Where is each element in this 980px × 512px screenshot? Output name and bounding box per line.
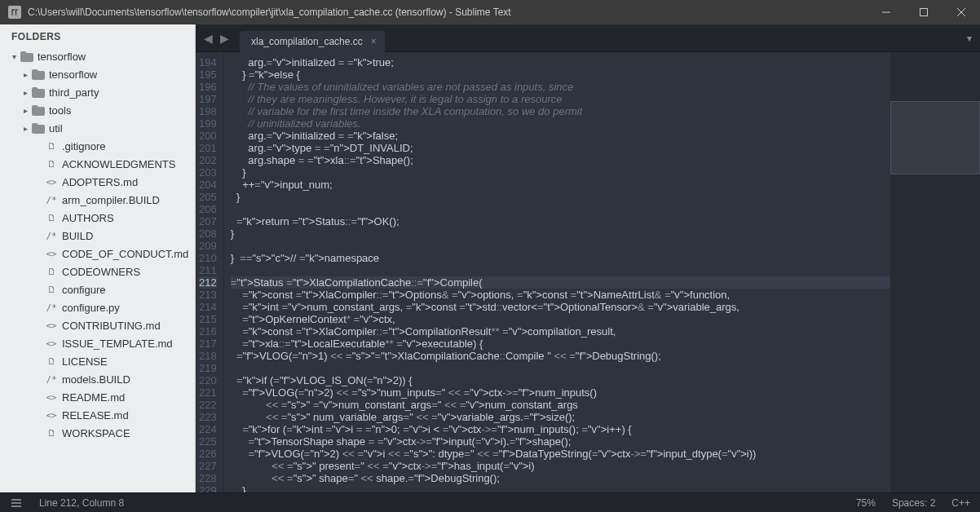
tree-file[interactable]: 🗋LICENSE [0,352,195,370]
minimize-button[interactable] [867,0,905,24]
folder-open-icon [20,51,34,62]
chevron-right-icon: ▸ [20,124,31,133]
tree-file[interactable]: <>ADOPTERS.md [0,173,195,191]
folder-tree[interactable]: ▾ tensorflow ▸tensorflow▸third_party▸too… [0,47,195,492]
tree-file[interactable]: 🗋AUTHORS [0,209,195,227]
tree-file[interactable]: /*configure.py [0,298,195,316]
svg-rect-0 [920,9,928,16]
code-editor[interactable]: 1941951961971981992002012022032042052062… [196,52,890,492]
file-icon: 🗋 [44,141,59,152]
tree-file[interactable]: 🗋configure [0,280,195,298]
tree-file[interactable]: <>RELEASE.md [0,406,195,424]
chevron-right-icon: ▸ [20,70,31,79]
tree-item-label: WORKSPACE [62,427,130,439]
tree-file[interactable]: <>ISSUE_TEMPLATE.md [0,334,195,352]
tree-item-label: ADOPTERS.md [62,176,138,188]
tree-item-label: configure [62,284,105,296]
window-title: C:\Users\will\Documents\tensorflow\tenso… [28,7,867,18]
status-cursor-position[interactable]: Line 212, Column 8 [39,497,124,509]
tree-item-label: .gitignore [62,140,105,152]
menu-icon[interactable] [10,497,23,510]
chevron-right-icon: ▸ [20,106,31,115]
file-icon: 🗋 [44,267,59,277]
file-icon: /* [44,302,59,313]
file-icon: 🗋 [44,428,59,439]
tree-file[interactable]: <>README.md [0,388,195,406]
tab-label: xla_compilation_cache.cc [251,36,363,47]
tree-folder[interactable]: ▸util [0,119,195,137]
maximize-button[interactable] [905,0,942,24]
file-icon: 🗋 [44,285,59,295]
tree-file[interactable]: <>CODE_OF_CONDUCT.md [0,245,195,263]
tree-item-label: third_party [49,86,99,99]
file-icon: <> [44,338,59,349]
app-logo-icon [8,6,21,19]
tree-folder[interactable]: ▸third_party [0,83,195,101]
chevron-down-icon: ▾ [8,52,20,61]
tree-item-label: configure.py [62,302,120,314]
close-button[interactable] [942,0,980,24]
folders-sidebar: FOLDERS ▾ tensorflow ▸tensorflow▸third_p… [0,24,196,492]
line-number-gutter: 1941951961971981992002012022032042052062… [196,52,224,492]
file-icon: <> [44,320,59,331]
tree-item-label: tensorflow [49,68,97,81]
tab-active[interactable]: xla_compilation_cache.cc × [240,31,385,52]
folder-icon [31,123,46,134]
tree-item-label: util [49,122,63,135]
tab-history-nav: ◀ ▶ [201,32,232,45]
tree-item-label: ISSUE_TEMPLATE.md [62,338,173,350]
tree-item-label: CODE_OF_CONDUCT.md [62,248,188,260]
window-titlebar: C:\Users\will\Documents\tensorflow\tenso… [0,0,980,24]
status-zoom[interactable]: 75% [856,497,876,509]
tree-item-label: ACKNOWLEDGMENTS [62,158,175,170]
tree-file[interactable]: 🗋ACKNOWLEDGMENTS [0,155,195,173]
tree-item-label: AUTHORS [62,212,114,224]
sidebar-header: FOLDERS [0,24,195,47]
file-icon: <> [44,410,59,421]
tree-folder[interactable]: ▸tools [0,101,195,119]
tab-forward-button[interactable]: ▶ [217,32,232,45]
tab-back-button[interactable]: ◀ [201,32,215,45]
tree-item-label: CONTRIBUTING.md [62,320,161,332]
minimap-viewport[interactable] [890,101,980,174]
tree-file[interactable]: 🗋WORKSPACE [0,424,195,442]
tree-item-label: arm_compiler.BUILD [62,194,160,206]
tree-item-label: tensorflow [38,51,86,63]
tree-root-folder[interactable]: ▾ tensorflow [0,47,195,65]
code-content[interactable]: arg.="v">initialized = ="k">true; } ="k"… [224,52,890,492]
tree-file[interactable]: /*arm_compiler.BUILD [0,191,195,209]
tree-file[interactable]: <>CONTRIBUTING.md [0,316,195,334]
window-controls [867,0,980,24]
file-icon: 🗋 [44,159,59,170]
tree-item-label: models.BUILD [62,373,130,386]
chevron-right-icon: ▸ [20,88,31,97]
file-icon: <> [44,177,59,188]
tree-item-label: CODEOWNERS [62,266,140,278]
tree-item-label: RELEASE.md [62,409,129,422]
file-icon: /* [44,374,59,385]
tree-item-label: tools [49,104,71,117]
tree-item-label: README.md [62,391,125,404]
status-bar: Line 212, Column 8 75% Spaces: 2 C++ [0,492,980,512]
file-icon: /* [44,231,59,241]
status-language[interactable]: C++ [951,497,970,509]
file-icon: <> [44,392,59,403]
tab-overflow-button[interactable]: ▾ [967,33,972,44]
file-icon: <> [44,249,59,259]
tab-bar: ◀ ▶ xla_compilation_cache.cc × ▾ [196,24,980,52]
folder-icon [31,69,46,80]
tab-close-icon[interactable]: × [371,36,377,47]
status-indent[interactable]: Spaces: 2 [892,497,935,509]
file-icon: 🗋 [44,213,59,223]
tree-file[interactable]: /*models.BUILD [0,370,195,388]
folder-icon [31,105,46,116]
tree-file[interactable]: 🗋CODEOWNERS [0,263,195,280]
tree-file[interactable]: 🗋.gitignore [0,137,195,155]
tree-folder[interactable]: ▸tensorflow [0,65,195,83]
tree-file[interactable]: /*BUILD [0,227,195,245]
folder-icon [31,87,46,98]
file-icon: /* [44,195,59,205]
minimap[interactable] [890,52,980,492]
tree-item-label: BUILD [62,230,93,242]
tree-item-label: LICENSE [62,355,108,368]
